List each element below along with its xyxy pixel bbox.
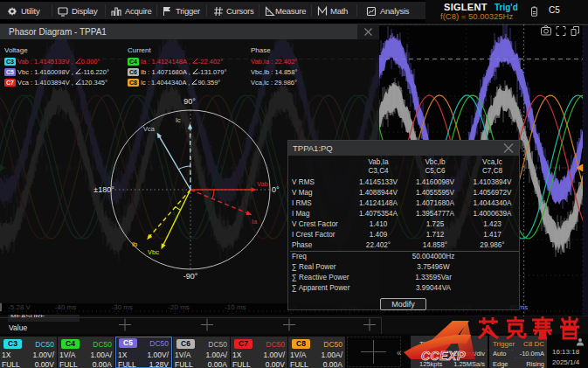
svg-text:CCEXP: CCEXP: [421, 349, 466, 363]
svg-text:···· ·· ·····: ···· ·· ·····: [481, 345, 514, 354]
svg-text:-10 ms: -10 ms: [225, 303, 246, 311]
svg-text:········: ········: [514, 353, 535, 362]
svg-text:-40 ms: -40 ms: [55, 303, 76, 311]
svg-text:-5.28 V: -5.28 V: [8, 303, 31, 311]
svg-text:-30 ms: -30 ms: [112, 303, 133, 311]
svg-text:-20 ms: -20 ms: [168, 303, 189, 311]
